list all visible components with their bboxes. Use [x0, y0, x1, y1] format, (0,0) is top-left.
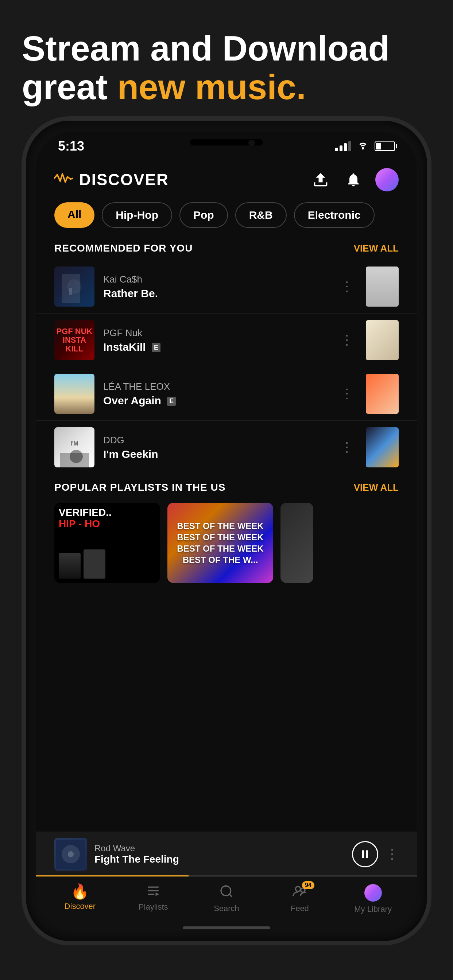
- status-time: 5:13: [58, 138, 84, 154]
- track-title-2: InstaKill E: [103, 341, 328, 353]
- headline-line1: Stream and Download: [22, 29, 431, 68]
- nav-discover[interactable]: 🔥 Discover: [43, 884, 117, 911]
- track-artist-3: LÉA THE LEOX: [103, 381, 328, 392]
- now-playing-bar[interactable]: Rod Wave Fight The Feeling ⋮: [36, 832, 417, 877]
- next-thumb-2: [366, 320, 399, 360]
- svg-point-14: [221, 886, 231, 896]
- headline-normal: great: [22, 67, 117, 107]
- battery-icon: [375, 142, 395, 151]
- explicit-badge: E: [167, 397, 176, 406]
- next-thumb-1: [366, 267, 399, 307]
- now-playing-info: Rod Wave Fight The Feeling: [94, 843, 345, 865]
- track-menu-2[interactable]: ⋮: [337, 329, 357, 352]
- signal-icon: [335, 141, 351, 151]
- filter-tab-pop[interactable]: Pop: [179, 202, 228, 228]
- home-indicator: [36, 925, 417, 931]
- nav-feed[interactable]: 94 Feed: [263, 884, 336, 913]
- svg-rect-1: [69, 288, 72, 295]
- botw-text: BEST OF THE WEEKBEST OF THE WEEKBEST OF …: [177, 520, 263, 566]
- track-artist-2: PGF Nuk: [103, 328, 328, 339]
- track-thumbnail-3: [54, 374, 94, 414]
- upload-button[interactable]: [309, 169, 332, 191]
- now-playing-artist: Rod Wave: [94, 843, 345, 853]
- track-item[interactable]: Kai Ca$h Rather Be. ⋮: [36, 260, 417, 313]
- track-title-3: Over Again E: [103, 395, 328, 407]
- svg-rect-8: [362, 851, 364, 858]
- pause-button[interactable]: [352, 841, 378, 867]
- library-label: My Library: [354, 905, 392, 914]
- nav-search[interactable]: Search: [190, 884, 263, 913]
- next-thumb-3: [366, 374, 399, 414]
- now-playing-title: Fight The Feeling: [94, 853, 345, 865]
- battery-fill: [376, 143, 381, 150]
- wifi-icon: [357, 140, 369, 153]
- playlists-section-header: POPULAR PLAYLISTS IN THE US VIEW ALL: [36, 474, 417, 499]
- signal-bar-2: [340, 145, 343, 151]
- track-item[interactable]: LÉA THE LEOX Over Again E ⋮: [36, 367, 417, 421]
- svg-line-15: [230, 894, 232, 897]
- playlists-icon: [146, 884, 161, 899]
- now-playing-thumbnail: [54, 838, 87, 870]
- svg-text:I'M: I'M: [70, 441, 78, 447]
- track-thumbnail-1: [54, 267, 94, 307]
- search-label: Search: [214, 904, 239, 913]
- nav-playlists[interactable]: Playlists: [117, 884, 190, 912]
- library-avatar: [364, 884, 382, 902]
- search-icon: [219, 884, 234, 901]
- filter-tab-hiphop[interactable]: Hip-Hop: [102, 202, 172, 228]
- signal-bar-3: [344, 143, 347, 151]
- recommended-view-all[interactable]: VIEW ALL: [354, 243, 399, 254]
- recommended-section-header: RECOMMENDED FOR YOU VIEW ALL: [36, 235, 417, 260]
- phone-device: 5:13: [26, 121, 427, 941]
- progress-bar: [36, 875, 188, 877]
- filter-tab-rnb[interactable]: R&B: [235, 202, 287, 228]
- playlist-card-2[interactable]: BEST OF THE WEEKBEST OF THE WEEKBEST OF …: [167, 503, 273, 583]
- svg-point-7: [68, 851, 74, 857]
- feed-badge-container: 94: [292, 884, 308, 901]
- notification-button[interactable]: [343, 169, 364, 191]
- svg-point-3: [70, 450, 83, 463]
- filter-tab-all[interactable]: All: [54, 202, 94, 228]
- status-bar: 5:13: [36, 132, 417, 161]
- svg-point-16: [295, 887, 300, 891]
- filter-tab-electronic[interactable]: Electronic: [294, 202, 375, 228]
- home-bar: [183, 926, 270, 929]
- track-info-1: Kai Ca$h Rather Be.: [103, 274, 328, 300]
- nav-library[interactable]: My Library: [336, 884, 410, 914]
- track-menu-3[interactable]: ⋮: [337, 382, 357, 405]
- phone-screen: 5:13: [36, 132, 417, 931]
- status-icons: [335, 140, 395, 153]
- header-left: DISCOVER: [54, 170, 169, 189]
- track-thumbnail-2: PGF NUKINSTAKILL: [54, 320, 94, 360]
- now-playing-controls: ⋮: [352, 841, 399, 867]
- playlists-view-all[interactable]: VIEW ALL: [354, 482, 399, 493]
- recommended-title: RECOMMENDED FOR YOU: [54, 242, 193, 254]
- feed-label: Feed: [291, 904, 309, 913]
- app-logo-icon: [54, 171, 73, 189]
- track-list: Kai Ca$h Rather Be. ⋮ PGF NUKINSTAKILL P…: [36, 260, 417, 474]
- playlist-card-1[interactable]: VERIFIED..HIP - HO: [54, 503, 160, 583]
- now-playing-more[interactable]: ⋮: [386, 846, 399, 862]
- track-item[interactable]: I'M DDG I'm Geekin ⋮: [36, 421, 417, 474]
- app-content: DISCOVER: [36, 161, 417, 832]
- playlists-label: Playlists: [139, 902, 168, 912]
- track-title-1: Rather Be.: [103, 287, 328, 300]
- track-item[interactable]: PGF NUKINSTAKILL PGF Nuk InstaKill E ⋮: [36, 313, 417, 367]
- svg-marker-13: [156, 892, 160, 896]
- track-thumbnail-4: I'M: [54, 427, 94, 468]
- playlists-title: POPULAR PLAYLISTS IN THE US: [54, 482, 225, 493]
- filter-tabs: All Hip-Hop Pop R&B Electronic: [36, 199, 417, 235]
- app-title: DISCOVER: [79, 170, 169, 189]
- playlist-card-3[interactable]: [281, 503, 313, 583]
- user-avatar[interactable]: [375, 168, 399, 191]
- track-title-4: I'm Geekin: [103, 448, 328, 460]
- signal-bar-4: [348, 141, 351, 151]
- feed-badge: 94: [302, 881, 314, 889]
- headline-section: Stream and Download great new music.: [0, 0, 453, 121]
- header-right: [309, 168, 399, 191]
- discover-icon: 🔥: [71, 884, 89, 899]
- svg-rect-9: [366, 851, 368, 858]
- track-menu-1[interactable]: ⋮: [337, 275, 357, 298]
- playlists-section: POPULAR PLAYLISTS IN THE US VIEW ALL VER…: [36, 474, 417, 587]
- track-menu-4[interactable]: ⋮: [337, 436, 357, 459]
